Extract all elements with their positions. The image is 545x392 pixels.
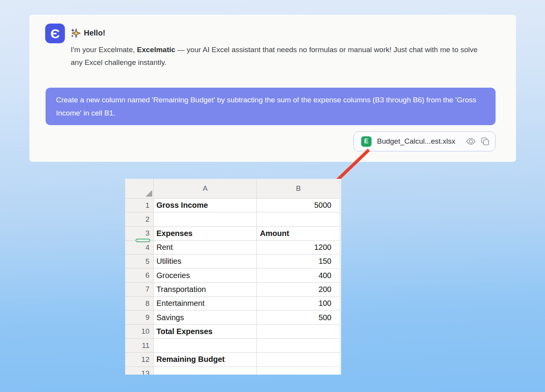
row-number-11: 11: [125, 339, 154, 353]
table-row: 11: [125, 339, 341, 353]
row-number-13: 13: [125, 367, 154, 375]
table-row: 1Gross Income5000: [125, 199, 341, 212]
row-number-1: 1: [125, 199, 154, 212]
table-row: 10Total Expenses: [125, 325, 341, 339]
cell-a2: [154, 212, 257, 226]
cell-b3: Amount: [257, 227, 340, 241]
excel-file-icon-letter: E: [364, 138, 368, 145]
greeting-row: Hello!: [70, 28, 105, 38]
file-tile: E: [359, 134, 373, 148]
table-row: 13: [125, 367, 341, 375]
row-number-2: 2: [125, 212, 154, 226]
cell-a5: Utilities: [154, 255, 257, 268]
intro-paragraph: I'm your Excelmate, Excelmatic — your AI…: [71, 43, 488, 69]
cell-b12: [257, 353, 340, 367]
attachment-filename: Budget_Calcul...est.xlsx: [377, 137, 462, 146]
table-row: 4Rent1200: [125, 241, 341, 255]
table-row: 12Remaining Budget: [125, 353, 341, 367]
spreadsheet: A B 1Gross Income500023ExpensesAmount4Re…: [125, 179, 341, 375]
cell-b11: [257, 339, 340, 353]
row-number-6: 6: [125, 268, 154, 282]
cell-b8: 100: [257, 297, 340, 311]
attachment-actions: [466, 137, 490, 146]
sheet-header-row: A B: [125, 179, 341, 199]
chat-card: Є Hello! I'm your Excelmate, Excelmatic …: [29, 15, 516, 162]
cell-b6: 400: [257, 268, 340, 282]
row-number-10: 10: [125, 325, 154, 339]
sparkles-icon: [70, 28, 81, 38]
row-number-7: 7: [125, 283, 154, 297]
cell-b9: 500: [257, 311, 340, 324]
column-header-b: B: [257, 179, 340, 199]
cell-a10: Total Expenses: [154, 325, 257, 339]
table-row: 7Transportation200: [125, 283, 341, 297]
cell-a4: Rent: [154, 241, 257, 255]
table-row: 9Savings500: [125, 311, 341, 324]
greeting-text: Hello!: [84, 29, 105, 37]
table-row: 8Entertainment100: [125, 297, 341, 311]
cell-b1: 5000: [257, 199, 340, 212]
intro-prefix: I'm your Excelmate,: [71, 46, 137, 54]
excelmatic-logo: Є: [45, 24, 65, 43]
row-number-4: 4: [125, 241, 154, 255]
sheet-body: 1Gross Income500023ExpensesAmount4Rent12…: [125, 199, 341, 375]
row-number-9: 9: [125, 311, 154, 324]
row-number-12: 12: [125, 353, 154, 367]
cell-b10: [257, 325, 340, 339]
copy-icon[interactable]: [480, 137, 490, 146]
cell-a6: Groceries: [154, 268, 257, 282]
excel-file-icon: E: [361, 136, 372, 147]
cell-a3: Expenses: [154, 227, 257, 241]
cell-a11: [154, 339, 257, 353]
row-number-8: 8: [125, 297, 154, 311]
brand-name: Excelmatic: [137, 46, 175, 54]
page-background: { "header": { "logo_letter": "Є", "greet…: [0, 0, 545, 392]
table-row: 3ExpensesAmount: [125, 227, 341, 241]
table-row: 2: [125, 212, 341, 226]
cell-a13: [154, 367, 257, 375]
cell-a1: Gross Income: [154, 199, 257, 212]
cell-a9: Savings: [154, 311, 257, 324]
cell-a12: Remaining Budget: [154, 353, 257, 367]
table-row: 5Utilities150: [125, 255, 341, 268]
preview-eye-icon[interactable]: [466, 137, 476, 146]
row-3-green-marker: [136, 239, 150, 242]
cell-b13: [257, 367, 340, 375]
attachment-chip[interactable]: E Budget_Calcul...est.xlsx: [353, 131, 496, 151]
cell-a8: Entertainment: [154, 297, 257, 311]
user-message-bubble: Create a new column named 'Remaining Bud…: [46, 88, 496, 125]
column-header-a: A: [154, 179, 257, 199]
select-all-triangle-icon: [146, 190, 152, 197]
user-message-text: Create a new column named 'Remaining Bud…: [56, 96, 476, 117]
cell-b5: 150: [257, 255, 340, 268]
cell-a7: Transportation: [154, 283, 257, 297]
logo-letter: Є: [50, 27, 59, 40]
cell-b2: [257, 212, 340, 226]
cell-b4: 1200: [257, 241, 340, 255]
row-number-5: 5: [125, 255, 154, 268]
cell-b7: 200: [257, 283, 340, 297]
select-all-corner: [125, 179, 154, 199]
table-row: 6Groceries400: [125, 268, 341, 282]
